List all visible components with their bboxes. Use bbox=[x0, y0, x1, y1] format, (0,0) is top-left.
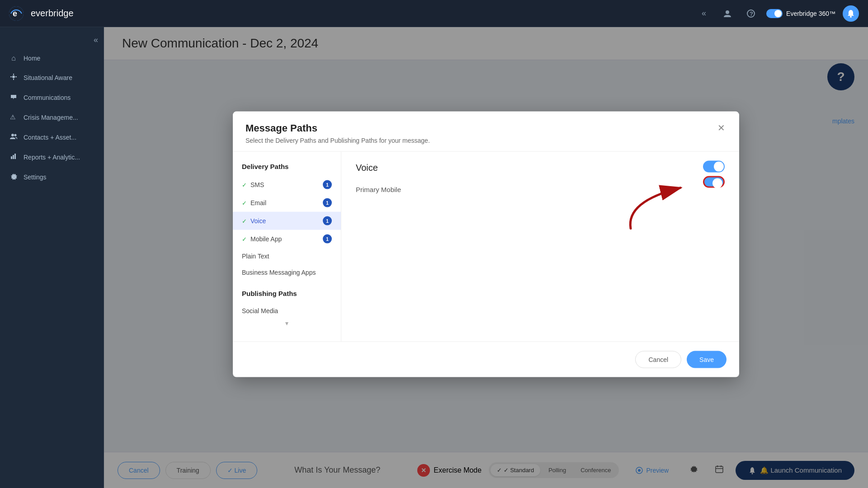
svg-point-8 bbox=[11, 134, 14, 136]
main-layout: « ⌂ Home Situational Aware bbox=[0, 27, 868, 488]
sidebar-item-communications[interactable]: Communications bbox=[0, 88, 104, 108]
message-paths-modal: Message Paths Select the Delivery Paths … bbox=[233, 112, 739, 377]
toggle-wrapper bbox=[703, 161, 725, 188]
modal-footer: Cancel Save bbox=[233, 342, 739, 377]
socialmedia-label: Social Media bbox=[242, 307, 332, 314]
brand-360-label: Everbridge 360™ bbox=[786, 10, 835, 17]
mobileapp-badge: 1 bbox=[323, 235, 332, 244]
settings-icon bbox=[9, 173, 18, 182]
user-icon[interactable] bbox=[719, 5, 736, 22]
modal-body: Delivery Paths ✓ SMS 1 ✓ Email 1 ✓ bbox=[233, 152, 739, 342]
modal-close-button[interactable]: ✕ bbox=[714, 121, 728, 135]
primary-mobile-label: Primary Mobile bbox=[356, 182, 725, 197]
sms-badge: 1 bbox=[323, 180, 332, 189]
modal-cancel-button[interactable]: Cancel bbox=[635, 351, 681, 368]
plaintext-label: Plain Text bbox=[242, 253, 332, 260]
path-item-mobileapp[interactable]: ✓ Mobile App 1 bbox=[233, 230, 341, 248]
situational-icon bbox=[9, 73, 18, 82]
paths-panel: Delivery Paths ✓ SMS 1 ✓ Email 1 ✓ bbox=[233, 152, 341, 342]
svg-point-9 bbox=[14, 134, 17, 136]
home-icon: ⌂ bbox=[9, 54, 18, 62]
svg-text:?: ? bbox=[750, 10, 753, 17]
email-check-icon: ✓ bbox=[242, 199, 247, 206]
voice-badge: 1 bbox=[323, 216, 332, 225]
modal-save-button[interactable]: Save bbox=[687, 351, 726, 368]
sidebar: « ⌂ Home Situational Aware bbox=[0, 27, 104, 488]
annotation-arrow bbox=[613, 165, 703, 238]
back-icon[interactable]: « bbox=[696, 5, 712, 22]
logo-icon: e bbox=[9, 6, 24, 21]
svg-rect-12 bbox=[14, 154, 16, 159]
navbar-right: « ? Everbridge 360™ bbox=[696, 5, 859, 22]
help-icon[interactable]: ? bbox=[743, 5, 759, 22]
sidebar-item-label: Contacts + Asset... bbox=[24, 134, 76, 141]
path-item-socialmedia[interactable]: Social Media bbox=[233, 303, 341, 319]
sidebar-item-label: Crisis Manageme... bbox=[24, 114, 78, 121]
contacts-icon bbox=[9, 133, 18, 142]
svg-text:⚠: ⚠ bbox=[10, 113, 16, 120]
voice-label: Voice bbox=[250, 217, 319, 225]
mobileapp-check-icon: ✓ bbox=[242, 235, 247, 242]
sidebar-collapse-button[interactable]: « bbox=[0, 31, 104, 49]
sidebar-item-label: Settings bbox=[24, 174, 47, 181]
content-panel: Voice Primary Mobile bbox=[341, 152, 739, 342]
voice-check-icon: ✓ bbox=[242, 217, 247, 224]
email-label: Email bbox=[250, 199, 319, 206]
svg-point-2 bbox=[726, 10, 729, 14]
brand-name: everbridge bbox=[31, 8, 74, 19]
sidebar-item-reports[interactable]: Reports + Analytic... bbox=[0, 147, 104, 167]
scroll-indicator: ▼ bbox=[233, 319, 341, 328]
sms-check-icon: ✓ bbox=[242, 181, 247, 188]
path-item-voice[interactable]: ✓ Voice 1 bbox=[233, 212, 341, 230]
sidebar-item-label: Home bbox=[24, 55, 40, 62]
svg-point-5 bbox=[850, 16, 852, 18]
path-item-sms[interactable]: ✓ SMS 1 bbox=[233, 176, 341, 194]
modal-header: Message Paths Select the Delivery Paths … bbox=[233, 112, 739, 152]
toggle-switch[interactable] bbox=[766, 9, 783, 18]
mobileapp-label: Mobile App bbox=[250, 235, 319, 243]
path-item-plaintext[interactable]: Plain Text bbox=[233, 248, 341, 264]
sidebar-item-label: Communications bbox=[24, 94, 71, 101]
email-badge: 1 bbox=[323, 198, 332, 207]
svg-rect-11 bbox=[13, 155, 14, 159]
svg-point-6 bbox=[12, 75, 15, 78]
crisis-icon: ⚠ bbox=[9, 113, 18, 122]
everbridge-360-toggle[interactable]: Everbridge 360™ bbox=[766, 9, 835, 18]
modal-subtitle: Select the Delivery Paths and Publishing… bbox=[245, 137, 726, 144]
communications-icon bbox=[9, 93, 18, 102]
modal-title: Message Paths bbox=[245, 122, 726, 134]
notification-icon[interactable] bbox=[843, 5, 859, 22]
sms-label: SMS bbox=[250, 181, 319, 188]
delivery-paths-title: Delivery Paths bbox=[233, 159, 341, 176]
path-item-email[interactable]: ✓ Email 1 bbox=[233, 194, 341, 212]
svg-rect-10 bbox=[11, 156, 12, 159]
sidebar-item-situational[interactable]: Situational Aware bbox=[0, 68, 104, 88]
navbar: e everbridge « ? Eve bbox=[0, 0, 868, 27]
brand: e everbridge bbox=[9, 6, 74, 21]
voice-toggle-2[interactable] bbox=[703, 176, 725, 188]
publishing-paths-title: Publishing Paths bbox=[233, 286, 341, 303]
voice-section-title: Voice bbox=[356, 163, 725, 173]
sidebar-item-settings[interactable]: Settings bbox=[0, 167, 104, 187]
reports-icon bbox=[9, 153, 18, 162]
voice-toggle-1[interactable] bbox=[703, 161, 725, 173]
path-item-businessmsg[interactable]: Business Messaging Apps bbox=[233, 264, 341, 281]
sidebar-item-label: Situational Aware bbox=[24, 74, 72, 81]
businessmsg-label: Business Messaging Apps bbox=[242, 269, 332, 276]
sidebar-item-contacts[interactable]: Contacts + Asset... bbox=[0, 127, 104, 147]
sidebar-item-home[interactable]: ⌂ Home bbox=[0, 49, 104, 68]
content-area: New Communication - Dec 2, 2024 ? mplate… bbox=[104, 27, 868, 488]
sidebar-item-label: Reports + Analytic... bbox=[24, 154, 80, 161]
sidebar-item-crisis[interactable]: ⚠ Crisis Manageme... bbox=[0, 108, 104, 127]
